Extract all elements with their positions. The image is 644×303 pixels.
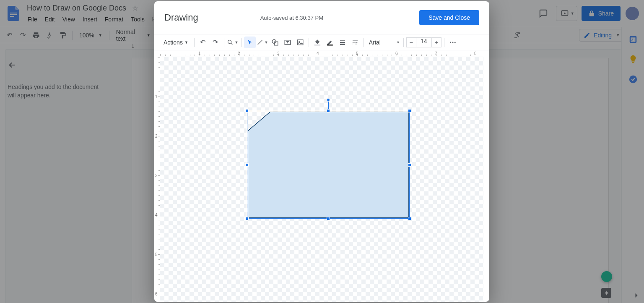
border-dash-icon[interactable] bbox=[349, 37, 361, 48]
ruler-number: 5 bbox=[155, 252, 158, 257]
textbox-tool-icon[interactable] bbox=[282, 37, 293, 48]
zoom-icon[interactable]: ▼ bbox=[227, 37, 239, 48]
resize-handle-e[interactable] bbox=[408, 163, 411, 167]
ruler-number: 3 bbox=[155, 173, 158, 178]
image-tool-icon[interactable] bbox=[294, 37, 306, 48]
ruler-number: 6 bbox=[155, 292, 158, 296]
drawing-canvas[interactable] bbox=[160, 57, 483, 302]
dialog-header: Drawing Auto-saved at 6:30:37 PM Save an… bbox=[154, 1, 489, 34]
resize-handle-n[interactable] bbox=[327, 109, 330, 112]
ruler-number: 8 bbox=[474, 51, 477, 56]
save-and-close-button[interactable]: Save and Close bbox=[419, 10, 479, 25]
shape-fill bbox=[248, 112, 409, 218]
svg-point-17 bbox=[452, 42, 453, 43]
drawing-dialog: Drawing Auto-saved at 6:30:37 PM Save an… bbox=[154, 1, 489, 302]
svg-point-16 bbox=[450, 42, 451, 43]
resize-handle-se[interactable] bbox=[408, 217, 411, 220]
drawing-v-ruler[interactable]: 123456 bbox=[154, 50, 160, 302]
select-tool-icon[interactable] bbox=[244, 37, 256, 48]
resize-handle-nw[interactable] bbox=[245, 109, 249, 112]
dialog-title: Drawing bbox=[164, 12, 198, 23]
rotation-handle[interactable] bbox=[327, 98, 330, 102]
shape-tool-icon[interactable] bbox=[269, 37, 281, 48]
ruler-number: 3 bbox=[277, 51, 280, 56]
ruler-number: 1 bbox=[198, 51, 201, 56]
svg-point-8 bbox=[228, 40, 231, 43]
ruler-number: 6 bbox=[395, 51, 398, 56]
ruler-number: 7 bbox=[435, 51, 437, 56]
drawing-toolbar: Actions▼ ↶ ↷ ▼ ▼ Arial − 14 + bbox=[154, 34, 489, 50]
border-weight-icon[interactable] bbox=[337, 37, 348, 48]
svg-rect-10 bbox=[274, 42, 278, 45]
svg-point-18 bbox=[454, 42, 456, 43]
autosave-status: Auto-saved at 6:30:37 PM bbox=[260, 15, 323, 21]
border-color-icon[interactable] bbox=[324, 37, 336, 48]
ruler-number: 4 bbox=[155, 213, 158, 217]
drawing-canvas-area: 123456 12345678 bbox=[154, 50, 489, 302]
resize-handle-ne[interactable] bbox=[408, 109, 411, 112]
resize-handle-w[interactable] bbox=[245, 163, 249, 167]
ruler-number: 4 bbox=[317, 51, 319, 56]
ruler-number: 2 bbox=[155, 134, 158, 138]
font-size-group: − 14 + bbox=[406, 37, 441, 47]
svg-rect-12 bbox=[297, 40, 303, 45]
rotation-line bbox=[328, 101, 329, 109]
actions-menu[interactable]: Actions▼ bbox=[160, 39, 192, 46]
redo-icon[interactable]: ↷ bbox=[210, 37, 221, 48]
ruler-number: 1 bbox=[155, 94, 158, 99]
selected-shape[interactable] bbox=[247, 111, 410, 219]
svg-rect-14 bbox=[314, 44, 320, 45]
ruler-number: 5 bbox=[356, 51, 358, 56]
font-size-increase-button[interactable]: + bbox=[431, 37, 441, 47]
font-family-select[interactable]: Arial bbox=[366, 39, 401, 46]
more-options-icon[interactable] bbox=[447, 37, 459, 48]
resize-handle-s[interactable] bbox=[327, 217, 330, 220]
resize-handle-sw[interactable] bbox=[245, 217, 249, 220]
drawing-h-ruler[interactable]: 12345678 bbox=[160, 50, 483, 57]
font-size-input[interactable]: 14 bbox=[416, 37, 431, 47]
line-tool-icon[interactable]: ▼ bbox=[257, 37, 268, 48]
fill-color-icon[interactable] bbox=[312, 37, 323, 48]
ruler-number: 2 bbox=[238, 51, 240, 56]
undo-icon[interactable]: ↶ bbox=[197, 37, 209, 48]
svg-rect-15 bbox=[327, 44, 333, 45]
font-size-decrease-button[interactable]: − bbox=[406, 37, 416, 47]
